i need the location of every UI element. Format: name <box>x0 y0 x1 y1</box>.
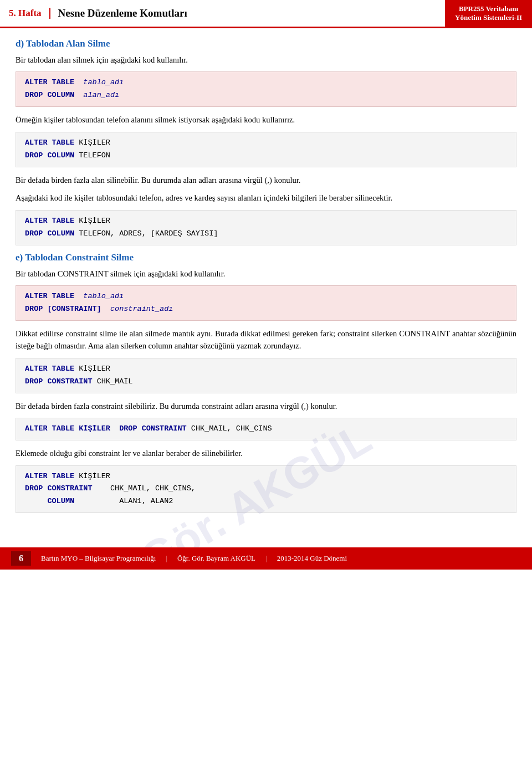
header-course: BPR255 Veritabanı Yönetim Sistemleri-II <box>445 0 532 27</box>
section-e-para2: Dikkat edilirse constraint silme ile ala… <box>16 327 516 352</box>
section-d-para3: Bir defada birden fazla alan silinebilir… <box>16 174 516 186</box>
footer-sep1: | <box>166 554 167 563</box>
section-d-heading: d) Tablodan Alan Silme <box>16 38 516 49</box>
footer-middle: Öğr. Gör. Bayram AKGÜL <box>177 554 255 563</box>
header-week: 5. Hafta <box>9 8 50 19</box>
code-val: alan_adı <box>83 91 119 99</box>
code-kw: ALTER TABLE <box>25 78 74 86</box>
code-block-d3: ALTER TABLE KİŞİLER DROP COLUMN TELEFON,… <box>16 210 516 245</box>
footer-left: Bartın MYO – Bilgisayar Programcılığı <box>41 554 156 563</box>
main-content: d) Tablodan Alan Silme Bir tablodan alan… <box>0 38 532 531</box>
code-block-d2: ALTER TABLE KİŞİLER DROP COLUMN TELEFON <box>16 132 516 167</box>
course-line1: BPR255 Veritabanı <box>459 4 518 13</box>
page-footer: 6 Bartın MYO – Bilgisayar Programcılığı … <box>0 547 532 570</box>
section-d: d) Tablodan Alan Silme Bir tablodan alan… <box>16 38 516 245</box>
section-e-para1: Bir tablodan CONSTRAINT silmek için aşağ… <box>16 268 516 280</box>
header-title: Nesne Düzenleme Komutları <box>58 7 187 19</box>
page-header: 5. Hafta Nesne Düzenleme Komutları BPR25… <box>0 0 532 28</box>
code-block-e1: ALTER TABLE tablo_adı DROP [CONSTRAINT] … <box>16 285 516 321</box>
code-block-d1: ALTER TABLE tablo_adı DROP COLUMN alan_a… <box>16 71 516 107</box>
code-block-e3: ALTER TABLE KİŞİLER DROP CONSTRAINT CHK_… <box>16 418 516 440</box>
course-line2: Yönetim Sistemleri-II <box>455 13 522 22</box>
section-d-para2: Örneğin kişiler tablosundan telefon alan… <box>16 114 516 126</box>
section-e: e) Tablodan Constraint Silme Bir tabloda… <box>16 252 516 514</box>
section-d-para4: Aşağıdaki kod ile kişiler tablosundaki t… <box>16 192 516 204</box>
code-kw: DROP COLUMN <box>25 91 74 99</box>
footer-page-number: 6 <box>11 551 31 566</box>
footer-sep2: | <box>265 554 267 563</box>
code-block-e2: ALTER TABLE KİŞİLER DROP CONSTRAINT CHK_… <box>16 358 516 393</box>
code-block-e4: ALTER TABLE KİŞİLER DROP CONSTRAINT CHK_… <box>16 465 516 514</box>
section-e-para4: Eklemede olduğu gibi constraint ler ve a… <box>16 447 516 459</box>
header-left: 5. Hafta Nesne Düzenleme Komutları <box>0 0 196 27</box>
section-d-para1: Bir tablodan alan silmek için aşağıdaki … <box>16 54 516 66</box>
code-val: tablo_adı <box>83 78 124 86</box>
section-e-heading: e) Tablodan Constraint Silme <box>16 252 516 263</box>
footer-right: 2013-2014 Güz Dönemi <box>277 554 347 563</box>
section-e-para3: Bir defada birden fazla constraint sileb… <box>16 400 516 412</box>
